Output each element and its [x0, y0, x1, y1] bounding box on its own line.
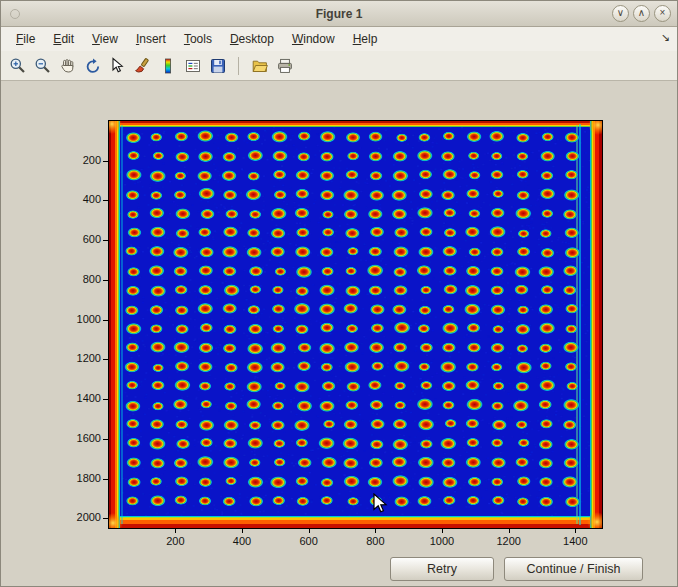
y-tick-mark: [103, 479, 108, 480]
rotate-3d-icon[interactable]: [81, 54, 104, 77]
plot-axes[interactable]: [108, 120, 603, 529]
y-tick-label: 1200: [1, 352, 101, 364]
x-tick-mark: [242, 528, 243, 533]
toolbar-separator: [238, 57, 239, 75]
y-tick-label: 2000: [1, 511, 101, 523]
y-tick-mark: [103, 161, 108, 162]
x-tick-mark: [442, 528, 443, 533]
y-tick-mark: [103, 359, 108, 360]
y-tick-mark: [103, 200, 108, 201]
toolbar: [1, 51, 677, 81]
x-tick-label: 1400: [553, 535, 597, 547]
y-tick-label: 1800: [1, 472, 101, 484]
y-tick-mark: [103, 518, 108, 519]
figure-window: Figure 1 ∨ ∧ × File Edit View Insert Too…: [0, 0, 678, 587]
figure-canvas-area: Retry Continue / Finish 2004006008001000…: [1, 81, 678, 587]
titlebar[interactable]: Figure 1 ∨ ∧ ×: [1, 1, 677, 27]
y-tick-label: 600: [1, 233, 101, 245]
menu-desktop[interactable]: Desktop: [221, 29, 283, 49]
menu-window[interactable]: Window: [283, 29, 344, 49]
open-folder-icon[interactable]: [248, 54, 271, 77]
window-app-icon: [10, 9, 20, 19]
close-button[interactable]: ×: [654, 5, 671, 22]
x-tick-label: 400: [220, 535, 264, 547]
brush-icon[interactable]: [131, 54, 154, 77]
menu-tools[interactable]: Tools: [175, 29, 221, 49]
window-controls: ∨ ∧ ×: [612, 5, 671, 22]
menu-view[interactable]: View: [83, 29, 127, 49]
menubar: File Edit View Insert Tools Desktop Wind…: [1, 27, 677, 51]
pan-icon[interactable]: [56, 54, 79, 77]
x-tick-label: 800: [353, 535, 397, 547]
y-tick-label: 800: [1, 273, 101, 285]
x-tick-mark: [175, 528, 176, 533]
menu-insert[interactable]: Insert: [127, 29, 175, 49]
window-title: Figure 1: [1, 7, 677, 21]
dock-figure-icon[interactable]: ↘: [661, 31, 670, 44]
y-tick-label: 1000: [1, 313, 101, 325]
minimize-button[interactable]: ∨: [612, 5, 629, 22]
y-tick-label: 200: [1, 154, 101, 166]
y-tick-mark: [103, 320, 108, 321]
y-tick-label: 400: [1, 193, 101, 205]
save-icon[interactable]: [206, 54, 229, 77]
x-tick-label: 600: [287, 535, 331, 547]
x-tick-label: 1200: [487, 535, 531, 547]
menu-help[interactable]: Help: [344, 29, 387, 49]
x-tick-mark: [575, 528, 576, 533]
menu-edit[interactable]: Edit: [44, 29, 83, 49]
x-tick-label: 1000: [420, 535, 464, 547]
data-cursor-icon[interactable]: [106, 54, 129, 77]
menu-file[interactable]: File: [7, 29, 44, 49]
heatmap-canvas[interactable]: [109, 121, 602, 528]
y-tick-label: 1400: [1, 392, 101, 404]
colorbar-icon[interactable]: [156, 54, 179, 77]
x-tick-mark: [375, 528, 376, 533]
print-icon[interactable]: [273, 54, 296, 77]
x-tick-label: 200: [153, 535, 197, 547]
legend-icon[interactable]: [181, 54, 204, 77]
maximize-button[interactable]: ∧: [633, 5, 650, 22]
mouse-cursor: [373, 493, 388, 515]
y-tick-mark: [103, 399, 108, 400]
y-tick-mark: [103, 280, 108, 281]
retry-button[interactable]: Retry: [390, 557, 494, 581]
zoom-out-icon[interactable]: [31, 54, 54, 77]
y-tick-mark: [103, 240, 108, 241]
y-tick-mark: [103, 439, 108, 440]
zoom-in-icon[interactable]: [6, 54, 29, 77]
continue-finish-button[interactable]: Continue / Finish: [504, 557, 643, 581]
x-tick-mark: [509, 528, 510, 533]
x-tick-mark: [309, 528, 310, 533]
y-tick-label: 1600: [1, 432, 101, 444]
